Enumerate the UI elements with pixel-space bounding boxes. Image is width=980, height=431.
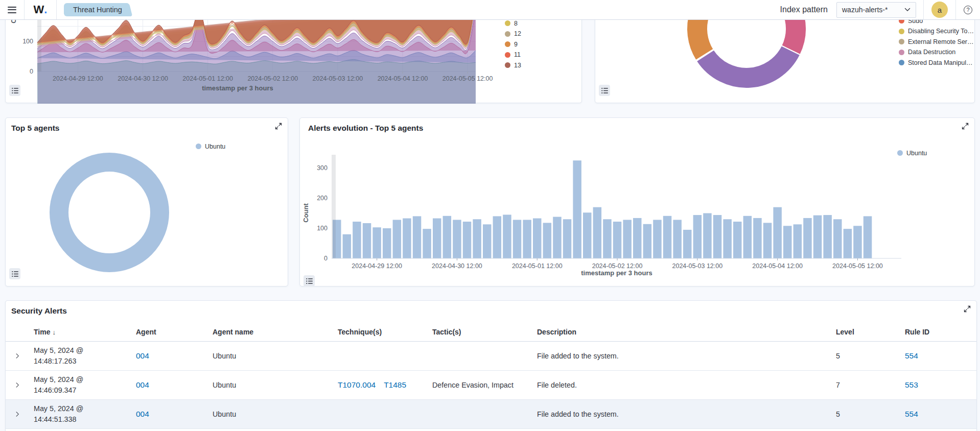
bar[interactable] [623,220,632,258]
bar[interactable] [463,222,472,258]
index-pattern-select[interactable]: wazuh-alerts-* [836,2,916,18]
rule-level-legend-item[interactable]: 11 [505,52,521,58]
bar[interactable] [713,215,722,258]
bar[interactable] [743,216,752,258]
bar[interactable] [473,219,481,258]
row-expand-button[interactable] [6,411,29,417]
bar[interactable] [543,223,552,258]
bar[interactable] [844,229,852,258]
column-header-technique-s-[interactable]: Technique(s) [333,327,427,338]
row-expand-button[interactable] [6,382,29,388]
bar[interactable] [693,215,702,258]
rule-id-link[interactable]: 554 [905,410,918,418]
bar[interactable] [823,215,832,258]
bar[interactable] [372,227,381,258]
expand-icon[interactable] [274,122,284,131]
agent-link[interactable]: 004 [136,351,149,360]
rule-id-link[interactable]: 553 [905,380,918,389]
table-row[interactable]: May 5, 2024 @14:46:09.347 004 Ubuntu T10… [6,371,976,400]
rule-level-legend-item[interactable]: 13 [505,62,521,68]
bar[interactable] [423,229,431,258]
bar[interactable] [763,223,772,258]
bar[interactable] [663,216,672,258]
menu-button[interactable] [0,0,24,19]
bar[interactable] [513,220,522,258]
tactic-legend-item[interactable]: Stored Data Manipul… [899,59,974,66]
bar[interactable] [413,216,422,258]
tactic-legend-item[interactable]: External Remote Ser… [899,38,974,45]
bar[interactable] [403,219,411,258]
column-header-rule-id[interactable]: Rule ID [900,327,976,338]
bar[interactable] [813,216,822,258]
bar[interactable] [533,219,542,258]
rule-level-legend-item[interactable]: 12 [505,31,521,37]
bar[interactable] [343,234,352,258]
bar[interactable] [864,216,872,258]
bar[interactable] [613,222,622,258]
bar[interactable] [703,213,712,259]
table-row[interactable]: May 5, 2024 @14:48:17.263 004 Ubuntu Fil… [6,342,976,371]
bar[interactable] [563,219,572,258]
legend-toggle-button[interactable] [9,85,20,96]
column-header-agent-name[interactable]: Agent name [207,327,333,338]
bar[interactable] [853,226,862,258]
tactic-legend-item[interactable]: Disabling Security To… [899,28,974,35]
rule-id-link[interactable]: 554 [905,351,918,360]
bar[interactable] [573,160,581,258]
rule-level-legend-item[interactable]: 8 [505,20,521,27]
bar[interactable] [503,214,511,258]
column-header-description[interactable]: Description [532,327,831,338]
bar[interactable] [593,207,602,258]
bar[interactable] [794,224,802,258]
bar[interactable] [453,220,461,258]
row-expand-button[interactable] [6,353,29,359]
bar[interactable] [363,223,371,258]
wazuh-logo[interactable]: W. [25,0,56,19]
help-icon[interactable]: ? [964,6,972,14]
user-avatar[interactable]: a [931,2,948,18]
bar[interactable] [353,222,361,258]
bar[interactable] [583,212,592,258]
alerts-evolution-bar-chart[interactable]: 2024-04-29 12:002024-04-30 12:002024-05-… [300,118,975,287]
bar[interactable] [383,228,391,258]
bar[interactable] [803,218,812,258]
tab-threat-hunting[interactable]: Threat Hunting [64,3,125,16]
expand-icon[interactable] [963,305,972,314]
bar[interactable] [443,216,452,258]
bar[interactable] [633,218,642,258]
bar[interactable] [673,220,682,258]
column-header-level[interactable]: Level [831,327,900,338]
agent-legend-item[interactable]: Ubuntu [196,143,225,150]
bar[interactable] [483,224,492,258]
bar[interactable] [653,220,662,258]
bar[interactable] [733,222,742,258]
legend-toggle-button[interactable] [9,268,20,279]
legend-toggle-button[interactable] [304,275,315,286]
bar[interactable] [833,219,842,258]
bar[interactable] [723,219,732,258]
bar[interactable] [603,219,612,258]
bar[interactable] [773,207,782,258]
rule-level-legend-item[interactable]: 9 [505,41,521,47]
bar[interactable] [523,220,531,258]
legend-toggle-button[interactable] [599,85,610,96]
bar[interactable] [643,224,652,258]
tactic-legend-item[interactable]: Data Destruction [899,49,974,56]
bar[interactable] [433,219,441,258]
bar[interactable] [493,216,502,258]
agent-legend-item[interactable]: Ubuntu [897,150,927,156]
technique-link[interactable]: T1485 [384,380,406,389]
top5-agents-donut-chart[interactable] [6,118,289,287]
technique-link[interactable]: T1070.004 [338,380,376,389]
column-header-tactic-s-[interactable]: Tactic(s) [427,327,532,338]
agent-link[interactable]: 004 [136,410,149,418]
agent-link[interactable]: 004 [136,380,149,389]
bar[interactable] [753,218,762,258]
expand-icon[interactable] [961,122,970,131]
bar[interactable] [393,220,402,258]
bar[interactable] [553,217,562,258]
table-row[interactable]: May 5, 2024 @14:44:51.338 004 Ubuntu Fil… [6,400,976,429]
bar[interactable] [683,230,692,258]
column-header-time[interactable]: Time↓ [29,327,131,338]
bar[interactable] [783,226,792,258]
